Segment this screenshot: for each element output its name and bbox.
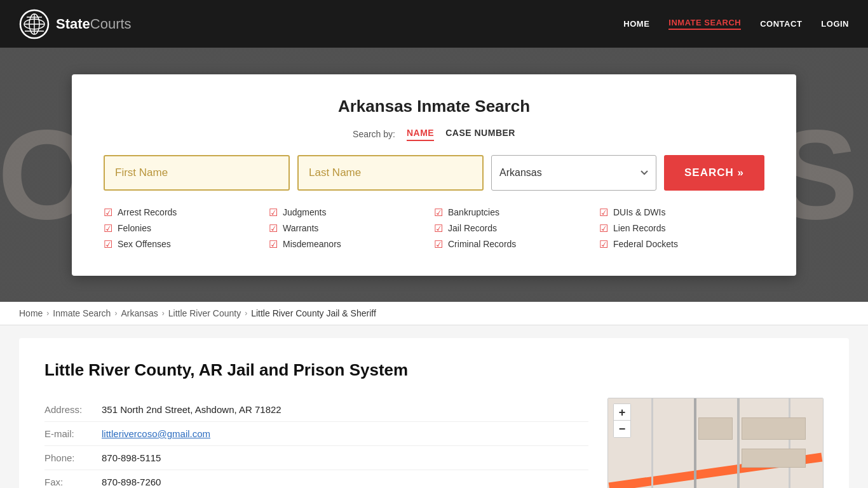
search-card: Arkansas Inmate Search Search by: NAME C… (72, 74, 796, 276)
check-icon: ☑ (104, 238, 112, 250)
nav-inmate-search[interactable]: INMATE SEARCH (668, 18, 741, 30)
info-value: 870-898-7260 (102, 477, 161, 487)
info-label: E-mail: (44, 428, 102, 439)
nav-contact[interactable]: CONTACT (760, 19, 802, 29)
info-value: 870-898-5115 (102, 452, 161, 463)
breadcrumb-sep-4: › (245, 309, 247, 318)
nav-home[interactable]: HOME (623, 19, 649, 29)
checkbox-item: ☑Jail Records (434, 222, 599, 234)
card-title: Arkansas Inmate Search (104, 97, 764, 116)
search-inputs-row: Arkansas Alabama Alaska Arizona Californ… (104, 155, 764, 191)
checkbox-item: ☑Judgments (269, 207, 434, 219)
search-button[interactable]: SEARCH » (664, 155, 764, 191)
nav-login[interactable]: LOGIN (821, 19, 849, 29)
info-table: Address:351 North 2nd Street, Ashdown, A… (44, 398, 588, 488)
checkbox-label: DUIs & DWIs (613, 207, 665, 217)
checkbox-item: ☑DUIs & DWIs (599, 207, 764, 219)
checkbox-item: ☑Lien Records (599, 222, 764, 234)
search-by-label: Search by: (353, 129, 395, 139)
first-name-input[interactable] (104, 155, 290, 191)
checkbox-label: Jail Records (448, 223, 497, 233)
check-icon: ☑ (434, 238, 443, 250)
facility-title: Little River County, AR Jail and Prison … (44, 360, 824, 380)
info-row: Fax:870-898-7260 (44, 470, 588, 488)
checkbox-label: Federal Dockets (613, 239, 678, 249)
check-icon: ☑ (434, 222, 443, 234)
check-icon: ☑ (269, 238, 278, 250)
check-icon: ☑ (269, 207, 278, 219)
info-label: Fax: (44, 477, 102, 487)
check-icon: ☑ (434, 207, 443, 219)
breadcrumb-inmate-search[interactable]: Inmate Search (53, 308, 111, 318)
check-icon: ☑ (104, 207, 112, 219)
hero-section: COURTHOUSE Arkansas Inmate Search Search… (0, 48, 868, 302)
checkbox-item: ☑Warrants (269, 222, 434, 234)
state-select[interactable]: Arkansas Alabama Alaska Arizona Californ… (491, 155, 656, 191)
logo-text: StateCourts (56, 16, 132, 32)
map-zoom-in[interactable]: + (614, 404, 630, 421)
breadcrumb-sep-1: › (46, 309, 49, 318)
logo[interactable]: StateCourts (19, 9, 132, 39)
search-by-row: Search by: NAME CASE NUMBER (104, 128, 764, 141)
checkbox-label: Lien Records (613, 223, 666, 233)
tab-name[interactable]: NAME (407, 128, 434, 141)
info-value: 351 North 2nd Street, Ashdown, AR 71822 (102, 404, 281, 415)
check-icon: ☑ (269, 222, 278, 234)
checkbox-label: Arrest Records (118, 207, 177, 217)
checkbox-label: Misdemeanors (283, 239, 341, 249)
breadcrumb-little-river[interactable]: Little River County (168, 308, 241, 318)
checkbox-item: ☑Misdemeanors (269, 238, 434, 250)
checkbox-item: ☑Federal Dockets (599, 238, 764, 250)
info-row: E-mail:littlerivercoso@gmail.com (44, 422, 588, 446)
info-row: Phone:870-898-5115 (44, 446, 588, 470)
map-area: + − (607, 398, 824, 488)
checkbox-item: ☑Criminal Records (434, 238, 599, 250)
breadcrumb-current: Little River County Jail & Sheriff (251, 308, 376, 318)
checkbox-label: Warrants (283, 223, 318, 233)
map-controls: + − (613, 403, 631, 438)
checkbox-item: ☑Arrest Records (104, 207, 269, 219)
checkbox-label: Felonies (118, 223, 151, 233)
info-layout: Address:351 North 2nd Street, Ashdown, A… (44, 398, 824, 488)
check-icon: ☑ (104, 222, 112, 234)
info-value[interactable]: littlerivercoso@gmail.com (102, 428, 210, 439)
check-icon: ☑ (599, 238, 608, 250)
header: StateCourts HOME INMATE SEARCH CONTACT L… (0, 0, 868, 48)
last-name-input[interactable] (297, 155, 484, 191)
breadcrumb-sep-2: › (114, 309, 117, 318)
checkbox-label: Bankruptcies (448, 207, 499, 217)
info-label: Address: (44, 404, 102, 415)
checkbox-item: ☑Felonies (104, 222, 269, 234)
info-row: Address:351 North 2nd Street, Ashdown, A… (44, 398, 588, 422)
breadcrumb-home[interactable]: Home (19, 308, 43, 318)
breadcrumb-sep-3: › (162, 309, 165, 318)
checkbox-label: Sex Offenses (118, 239, 171, 249)
content-section: Little River County, AR Jail and Prison … (0, 325, 868, 488)
map-background (608, 398, 823, 488)
breadcrumb-arkansas[interactable]: Arkansas (121, 308, 158, 318)
check-icon: ☑ (599, 207, 608, 219)
breadcrumb: Home › Inmate Search › Arkansas › Little… (0, 302, 868, 325)
checkbox-label: Judgments (283, 207, 326, 217)
checkboxes-grid: ☑Arrest Records☑Judgments☑Bankruptcies☑D… (104, 207, 764, 250)
map-zoom-out[interactable]: − (614, 421, 630, 437)
tab-case-number[interactable]: CASE NUMBER (445, 128, 515, 141)
info-label: Phone: (44, 452, 102, 463)
check-icon: ☑ (599, 222, 608, 234)
checkbox-item: ☑Bankruptcies (434, 207, 599, 219)
logo-icon (19, 9, 50, 39)
checkbox-item: ☑Sex Offenses (104, 238, 269, 250)
content-card: Little River County, AR Jail and Prison … (19, 338, 849, 488)
main-nav: HOME INMATE SEARCH CONTACT LOGIN (623, 18, 849, 30)
checkbox-label: Criminal Records (448, 239, 516, 249)
